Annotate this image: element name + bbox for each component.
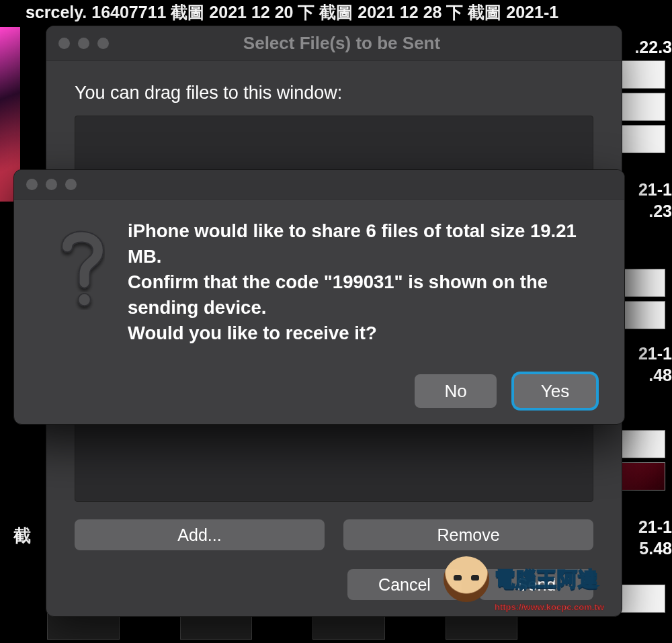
- desktop-file-label: 截: [13, 524, 31, 548]
- desktop-thumbnail[interactable]: [47, 613, 120, 640]
- cancel-button[interactable]: Cancel: [347, 569, 462, 600]
- add-button[interactable]: Add...: [75, 519, 325, 550]
- desktop-bottom-thumbs: [47, 613, 517, 643]
- minimize-dialog-button[interactable]: [46, 179, 57, 190]
- send-button[interactable]: Send: [479, 569, 593, 600]
- file-action-row: Add... Remove: [75, 519, 593, 550]
- zoom-dialog-button[interactable]: [65, 179, 77, 190]
- question-icon: [37, 216, 128, 374]
- dialog-message: iPhone would like to share 6 files of to…: [128, 216, 601, 374]
- drag-hint-label: You can drag files to this window:: [75, 83, 593, 103]
- dialog-titlebar[interactable]: [14, 170, 624, 200]
- yes-button[interactable]: Yes: [514, 374, 596, 408]
- dialog-traffic-lights: [14, 179, 77, 190]
- window-titlebar[interactable]: Select File(s) to be Sent: [46, 26, 622, 61]
- window-title: Select File(s) to be Sent: [62, 33, 622, 54]
- desktop-thumbnail[interactable]: [312, 613, 385, 640]
- close-dialog-button[interactable]: [26, 179, 38, 190]
- svg-point-1: [79, 294, 90, 306]
- remove-button[interactable]: Remove: [343, 519, 593, 550]
- dialog-body: iPhone would like to share 6 files of to…: [14, 200, 624, 424]
- receive-confirm-dialog: iPhone would like to share 6 files of to…: [13, 169, 625, 425]
- dialog-button-row: No Yes: [37, 374, 601, 408]
- desktop-thumbnail[interactable]: [446, 613, 518, 640]
- desktop-thumbnail[interactable]: [180, 613, 253, 640]
- window-footer-row: Cancel Send: [75, 569, 593, 600]
- desktop-filename-row: scrcely. 16407711 截圖 2021 12 20 下 截圖 202…: [26, 1, 558, 24]
- no-button[interactable]: No: [415, 374, 497, 408]
